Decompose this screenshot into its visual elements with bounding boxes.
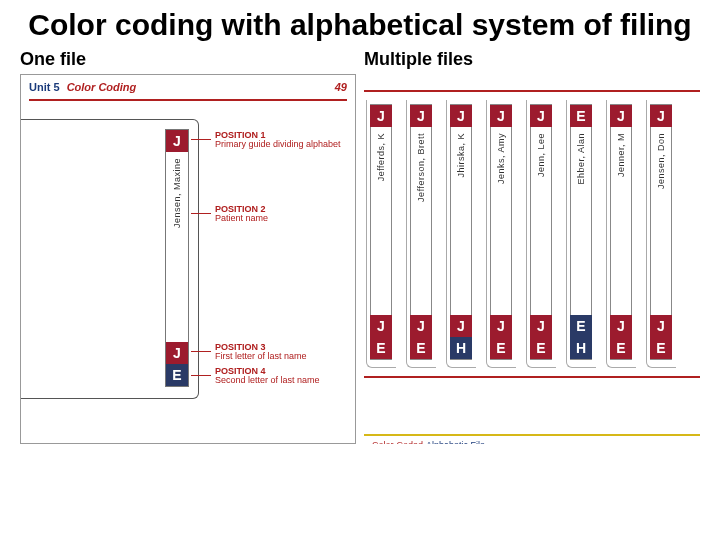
tab-letter-2: E	[650, 337, 672, 359]
tab-letter-2: H	[570, 337, 592, 359]
divider	[364, 90, 700, 92]
leader-line	[191, 139, 211, 140]
annotation-position-2: POSITION 2 Patient name	[215, 205, 268, 225]
tab-name: Ehber, Alan	[576, 133, 586, 185]
tab-top-letter: J	[610, 105, 632, 127]
tab-letter-1: J	[530, 315, 552, 337]
leader-line	[191, 375, 211, 376]
tab-name: Jefferds, K	[376, 133, 386, 181]
tab-top-letter: J	[370, 105, 392, 127]
tab-top-letter: J	[530, 105, 552, 127]
leader-line	[191, 213, 211, 214]
tab-letter-2: E	[530, 337, 552, 359]
tab-name: Jenks, Amy	[496, 133, 506, 184]
divider	[364, 434, 700, 436]
annotation-position-3: POSITION 3 First letter of last name	[215, 343, 307, 363]
tab-letter-1: E	[570, 315, 592, 337]
tab-letter-2: E	[490, 337, 512, 359]
tab-top-letter: J	[490, 105, 512, 127]
file-tab: JJenks, AmyJE	[490, 104, 512, 360]
file-tab: JJenn, LeeJE	[530, 104, 552, 360]
tab-name: Jefferson, Brett	[416, 133, 426, 202]
tab-letter-2: E	[610, 337, 632, 359]
tab-top-letter: J	[410, 105, 432, 127]
annotation-position-1: POSITION 1 Primary guide dividing alphab…	[215, 131, 341, 151]
tab-letter-1: J	[450, 315, 472, 337]
page-number: 49	[335, 81, 347, 93]
tab-letter-1: J	[410, 315, 432, 337]
left-figure: Unit 5 Color Coding 49 J Jensen, Maxine …	[20, 74, 356, 444]
tab-letter-2: E	[370, 337, 392, 359]
file-tab: JJefferds, KJE	[370, 104, 392, 360]
left-heading: One file	[20, 49, 356, 70]
tab-top-letter: J	[650, 105, 672, 127]
tab-name: Jenn, Lee	[536, 133, 546, 177]
right-figure: JJefferds, KJEJJefferson, BrettJEJJhirsk…	[364, 74, 700, 444]
tab-name: Jenner, M	[616, 133, 626, 177]
file-tab: JJenner, MJE	[610, 104, 632, 360]
file-tab: JJensen, DonJE	[650, 104, 672, 360]
tab-letter-2: H	[450, 337, 472, 359]
unit-subtitle: Color Coding	[67, 81, 137, 93]
tab-top-letter: J	[450, 105, 472, 127]
tab-letter-1: J	[490, 315, 512, 337]
unit-label: Unit 5	[29, 81, 60, 93]
divider	[29, 99, 347, 101]
figure-caption: Color-CodedAlphabetic File	[372, 440, 485, 444]
tab-letter-1: J	[650, 315, 672, 337]
tab-letter-1: J	[370, 315, 392, 337]
slide-title: Color coding with alphabetical system of…	[0, 0, 720, 49]
file-tab: J Jensen, Maxine J E	[165, 129, 189, 387]
tab-top-letter: E	[570, 105, 592, 127]
tab-letter-1: J	[610, 315, 632, 337]
divider	[364, 376, 700, 378]
file-tab: JJhirska, KJH	[450, 104, 472, 360]
position-4-letter: E	[166, 364, 188, 386]
tab-name: Jensen, Don	[656, 133, 666, 189]
right-heading: Multiple files	[364, 49, 700, 70]
file-tab: JJefferson, BrettJE	[410, 104, 432, 360]
file-tab: EEhber, AlanEH	[570, 104, 592, 360]
annotation-position-4: POSITION 4 Second letter of last name	[215, 367, 320, 387]
leader-line	[191, 351, 211, 352]
tab-letter-2: E	[410, 337, 432, 359]
position-1-letter: J	[166, 130, 188, 152]
patient-name: Jensen, Maxine	[172, 158, 182, 228]
position-3-letter: J	[166, 342, 188, 364]
tab-name: Jhirska, K	[456, 133, 466, 178]
